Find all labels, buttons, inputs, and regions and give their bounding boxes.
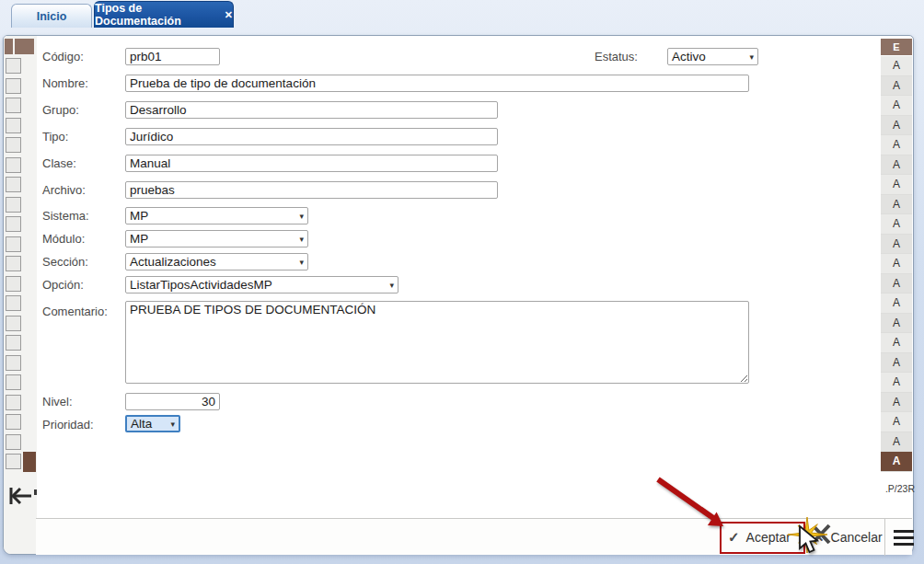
row-checkbox[interactable]	[6, 236, 21, 252]
estado-cell[interactable]: A	[881, 393, 912, 413]
row-select-row[interactable]	[4, 116, 37, 136]
row-checkbox[interactable]	[6, 98, 21, 113]
row-checkbox[interactable]	[6, 197, 21, 213]
estado-cell[interactable]: A	[881, 76, 912, 97]
estado-cell[interactable]: A	[881, 195, 912, 215]
row-checkbox[interactable]	[6, 58, 21, 74]
row-select-row[interactable]	[4, 432, 37, 453]
row-checkbox[interactable]	[6, 414, 21, 430]
row-checkbox[interactable]	[6, 177, 21, 192]
dropdown-arrow-icon: ▾	[744, 52, 754, 62]
codigo-input[interactable]	[125, 48, 220, 65]
dropdown-arrow-icon: ▾	[294, 258, 304, 267]
seccion-value: Actualizaciones	[130, 255, 216, 269]
opcion-label: Opción:	[42, 278, 84, 292]
modulo-select[interactable]: MP ▾	[125, 230, 308, 247]
row-checkbox[interactable]	[6, 355, 21, 371]
nombre-label: Nombre:	[42, 76, 88, 90]
dropdown-arrow-icon: ▾	[294, 212, 304, 221]
row-select-row[interactable]	[4, 96, 37, 116]
row-select-row[interactable]	[4, 274, 37, 294]
row-checkbox[interactable]	[6, 276, 21, 292]
row-select-row[interactable]	[4, 412, 37, 432]
archivo-input[interactable]	[125, 181, 498, 199]
row-select-row[interactable]	[4, 195, 37, 215]
estado-cell[interactable]: A	[881, 294, 912, 314]
row-select-row[interactable]	[4, 393, 37, 413]
estado-cell[interactable]: A	[881, 412, 912, 432]
nombre-input[interactable]	[125, 75, 749, 92]
row-checkbox[interactable]	[6, 216, 21, 232]
edit-form: Código: Estatus: Activo ▾ Nombre: Grupo:…	[37, 36, 881, 518]
row-select-row[interactable]	[4, 76, 37, 97]
row-select-row[interactable]	[4, 155, 37, 176]
estado-cell[interactable]: A	[881, 373, 912, 393]
row-select-row[interactable]	[4, 214, 37, 235]
row-checkbox[interactable]	[6, 335, 21, 351]
tab-close-icon[interactable]: ✕	[225, 9, 233, 21]
tab-inicio[interactable]: Inicio	[11, 4, 92, 28]
estado-cell[interactable]: A	[881, 135, 912, 155]
modulo-value: MP	[130, 232, 148, 246]
estatus-select[interactable]: Activo ▾	[667, 48, 758, 65]
estado-cell[interactable]: A	[881, 56, 912, 76]
pager-first-button[interactable]	[7, 484, 35, 508]
estado-cell[interactable]: A	[881, 96, 912, 116]
opcion-select[interactable]: ListarTiposActividadesMP ▾	[125, 276, 398, 294]
row-select-row[interactable]	[4, 175, 37, 195]
row-checkbox[interactable]	[6, 395, 21, 410]
estado-cell[interactable]: A	[881, 235, 912, 255]
row-select-row[interactable]	[4, 353, 37, 374]
row-checkbox[interactable]	[6, 434, 21, 450]
row-checkbox[interactable]	[6, 295, 21, 311]
nivel-label: Nivel:	[42, 395, 73, 409]
rail-header-cell	[15, 39, 34, 54]
row-select-row[interactable]	[4, 135, 37, 155]
row-select-row[interactable]	[4, 254, 37, 274]
row-checkbox[interactable]	[6, 256, 21, 271]
estado-cell[interactable]: A	[881, 353, 912, 374]
seccion-select[interactable]: Actualizaciones ▾	[125, 253, 308, 270]
comentario-textarea[interactable]: PRUEBA DE TIPOS DE DOCUMENTACIÓN	[125, 301, 749, 384]
estado-cell[interactable]: A	[881, 274, 912, 294]
row-checkbox[interactable]	[6, 157, 21, 173]
nivel-input[interactable]	[125, 393, 220, 410]
estado-cell[interactable]: A	[881, 116, 912, 136]
grupo-input[interactable]	[125, 101, 498, 119]
menu-icon[interactable]	[890, 524, 918, 550]
estado-cell[interactable]: A	[881, 155, 912, 176]
tab-inicio-label: Inicio	[37, 10, 67, 23]
estado-cell[interactable]: A	[881, 452, 912, 472]
tipo-input[interactable]	[125, 128, 498, 145]
row-select-row[interactable]	[4, 294, 37, 314]
row-checkbox[interactable]	[6, 137, 21, 153]
rail-rows	[4, 56, 37, 472]
estatus-value: Activo	[672, 50, 706, 63]
row-select-row[interactable]	[4, 56, 37, 76]
row-checkbox[interactable]	[6, 316, 21, 331]
row-checkbox[interactable]	[6, 374, 21, 390]
estado-cell[interactable]: A	[881, 314, 912, 334]
prioridad-select[interactable]: Alta ▾	[125, 415, 180, 432]
estado-cell[interactable]: A	[881, 175, 912, 195]
row-select-row[interactable]	[4, 373, 37, 393]
row-select-row[interactable]	[4, 452, 37, 472]
cancel-button[interactable]: ✕ Cancelar	[809, 524, 886, 550]
check-icon: ✓	[728, 529, 740, 546]
accept-button[interactable]: ✓ Aceptar	[724, 524, 794, 550]
row-select-row[interactable]	[4, 235, 37, 255]
estado-cell[interactable]: A	[881, 432, 912, 453]
estado-cell[interactable]: A	[881, 254, 912, 274]
row-checkbox[interactable]	[6, 78, 21, 94]
row-checkbox[interactable]	[6, 454, 21, 469]
estado-cell[interactable]: A	[881, 333, 912, 353]
clase-input[interactable]	[125, 155, 498, 172]
sistema-select[interactable]: MP ▾	[125, 207, 308, 224]
tab-tipos-documentacion[interactable]: Tipos de Documentación ✕	[94, 1, 234, 28]
cancel-button-label: Cancelar	[831, 530, 883, 545]
row-select-row[interactable]	[4, 314, 37, 334]
row-checkbox[interactable]	[6, 118, 21, 133]
row-select-row[interactable]	[4, 333, 37, 353]
footer-bar: ✓ Aceptar ✕ Cancelar	[36, 518, 912, 555]
estado-cell[interactable]: A	[881, 214, 912, 235]
